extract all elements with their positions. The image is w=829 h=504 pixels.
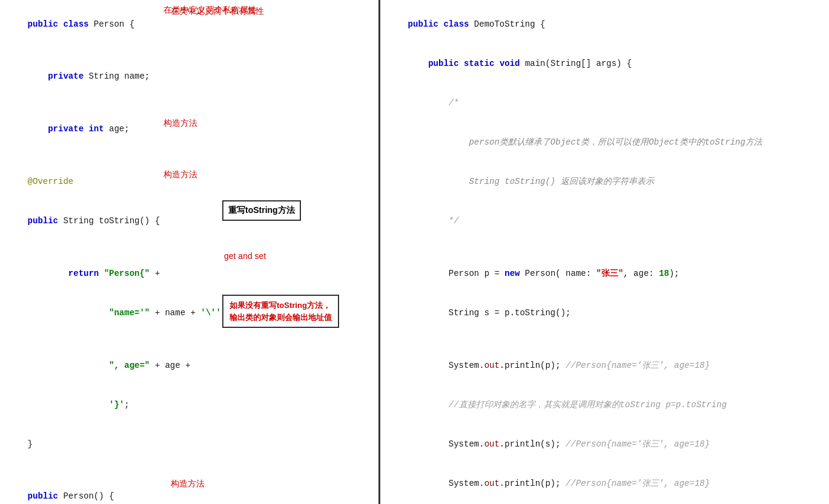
code-line — [7, 464, 371, 477]
code-line: /* — [388, 83, 822, 123]
warning-tostring-label: 如果没有重写toString方法，输出类的对象则会输出地址值 — [222, 295, 339, 328]
constructor1-float: 构造方法 — [163, 118, 197, 129]
private-attrs-float: 在类中定义两个私有属性 — [163, 5, 257, 16]
code-line: '}'; — [7, 385, 371, 425]
code-line: return "Person{" + — [7, 254, 371, 293]
code-line: private int age; — [7, 110, 371, 149]
code-line: System.out.println(p); //Person{name='张三… — [388, 464, 822, 503]
constructor1-label: 构造方法 — [171, 477, 205, 491]
code-line: person类默认继承了Object类，所以可以使用Object类中的toStr… — [388, 123, 822, 162]
code-line: public String toString() { 重写toString方法 — [7, 201, 371, 254]
code-line: String toString() 返回该对象的字符串表示 — [388, 162, 822, 201]
code-line: "name='" + name + '\'' + 如果没有重写toString方… — [7, 293, 371, 346]
code-line: Person p = new Person( name: "张三", age: … — [388, 254, 822, 293]
code-line: public static void main(String[] args) { — [388, 44, 822, 83]
override-tostring-label: 重写toString方法 — [222, 200, 301, 221]
code-line — [388, 241, 822, 254]
code-line: System.out.println(p); //Person{name='张三… — [388, 346, 822, 385]
code-line — [388, 333, 822, 346]
code-line: } — [7, 425, 371, 464]
left-panel: public class Person { 在类中定义两个私有属性 privat… — [0, 0, 380, 504]
code-line: private String name; — [7, 57, 371, 110]
code-line: ", age=" + age + — [7, 346, 371, 385]
code-line: String s = p.toString(); — [388, 293, 822, 333]
code-line: public Person() { 构造方法 — [7, 477, 371, 504]
code-line: */ — [388, 201, 822, 241]
code-line: @Override — [7, 162, 371, 201]
right-panel: public class DemoToString { public stati… — [380, 0, 829, 504]
get-set-float: get and set — [224, 251, 266, 261]
constructor2-float: 构造方法 — [163, 169, 197, 180]
code-line: System.out.println(s); //Person{name='张三… — [388, 425, 822, 464]
code-line: public class DemoToString { — [388, 5, 822, 44]
code-line — [7, 149, 371, 163]
code-line: //直接打印对象的名字，其实就是调用对象的toString p=p.toStri… — [388, 385, 822, 425]
